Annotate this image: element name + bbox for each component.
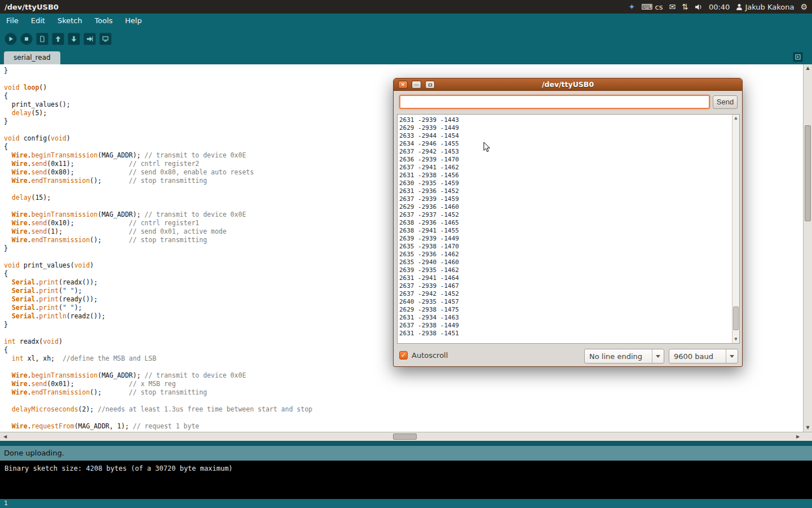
system-indicators: ✦ ⌨ cs ✉ ⇅ 00:40 Jakub Kakona ⚙ xyxy=(629,3,807,11)
scroll-down-arrow-icon[interactable]: ▼ xyxy=(732,337,739,342)
app-indicator-icon[interactable]: ✦ xyxy=(629,3,636,11)
code-line xyxy=(4,414,803,422)
serial-output-line: 2635 -2936 -1462 xyxy=(399,251,739,259)
scroll-left-arrow-icon[interactable]: ◀ xyxy=(1,432,9,441)
horizontal-scroll-thumb[interactable] xyxy=(393,433,417,440)
serial-output-line: 2629 -2936 -1460 xyxy=(399,203,739,211)
desktop: /dev/ttyUSB0 ✦ ⌨ cs ✉ ⇅ 00:40 Jakub Kako… xyxy=(0,0,812,508)
keyboard-layout-indicator[interactable]: ⌨ cs xyxy=(641,3,663,11)
baud-rate-select[interactable]: 9600 baud xyxy=(669,349,738,364)
serial-output-line: 2635 -2940 -1460 xyxy=(399,259,739,266)
serial-scroll-thumb[interactable] xyxy=(733,306,739,330)
serial-output-line: 2631 -2938 -1456 xyxy=(399,172,739,179)
tab-serial-read[interactable]: serial_read xyxy=(4,51,60,64)
menu-bar: FileEditSketchToolsHelp xyxy=(0,14,812,28)
keyboard-layout-label: cs xyxy=(655,3,663,11)
serial-output-line: 2640 -2935 -1457 xyxy=(399,298,739,306)
minimize-icon: — xyxy=(414,82,419,87)
serial-window-title: /dev/ttyUSB0 xyxy=(394,78,742,91)
scroll-up-arrow-icon[interactable]: ▲ xyxy=(732,116,739,121)
chevron-down-icon xyxy=(652,349,664,363)
upload-button[interactable] xyxy=(83,33,96,45)
maximize-icon xyxy=(429,84,432,86)
menu-item-edit[interactable]: Edit xyxy=(25,14,51,28)
play-icon xyxy=(8,36,14,42)
serial-monitor-window: /dev/ttyUSB0 ✕ — Send 2631 -2939 -144326… xyxy=(393,78,743,367)
clock-indicator[interactable]: 00:40 xyxy=(709,3,730,11)
serial-output-line: 2630 -2935 -1459 xyxy=(399,179,739,187)
serial-output-line: 2637 -2941 -1462 xyxy=(399,164,739,172)
user-icon xyxy=(736,3,743,11)
editor-horizontal-scrollbar[interactable]: ◀ ▶ xyxy=(0,432,803,441)
close-button[interactable]: ✕ xyxy=(398,81,408,89)
serial-output-line: 2631 -2936 -1452 xyxy=(399,187,739,195)
menu-item-help[interactable]: Help xyxy=(119,14,148,28)
scrollbar-corner xyxy=(803,432,812,441)
chevron-down-icon xyxy=(726,349,738,363)
serial-output-line: 2636 -2939 -1470 xyxy=(399,156,739,164)
code-line: delayMicroseconds(2); //needs at least 1… xyxy=(4,405,803,414)
code-line: Wire.endTransmission(); // stop transmit… xyxy=(4,388,803,397)
line-ending-select[interactable]: No line ending xyxy=(584,349,664,364)
serial-monitor-button[interactable] xyxy=(99,33,112,45)
vertical-scroll-thumb[interactable] xyxy=(805,125,811,221)
mail-icon: ✉ xyxy=(669,3,676,11)
serial-output-line: 2637 -2939 -1459 xyxy=(399,195,739,203)
user-menu[interactable]: Jakub Kakona xyxy=(736,3,794,11)
new-sketch-button[interactable] xyxy=(36,33,48,45)
maximize-button[interactable] xyxy=(425,81,435,89)
code-line xyxy=(4,397,803,405)
tab-bar: serial_read xyxy=(0,50,812,64)
serial-window-titlebar[interactable]: /dev/ttyUSB0 ✕ — xyxy=(394,78,742,91)
line-number-indicator: 1 xyxy=(0,499,812,508)
monitor-icon xyxy=(102,36,109,42)
serial-output-line: 2631 -2934 -1463 xyxy=(399,314,739,322)
status-bar: Done uploading. xyxy=(0,446,812,461)
scroll-up-arrow-icon[interactable]: ▲ xyxy=(804,65,812,71)
autoscroll-checkbox[interactable] xyxy=(399,351,408,360)
verify-button[interactable] xyxy=(5,33,17,45)
serial-output-line: 2638 -2941 -1455 xyxy=(399,227,739,235)
save-sketch-button[interactable] xyxy=(68,33,80,45)
menu-item-file[interactable]: File xyxy=(0,14,25,28)
serial-output-line: 2633 -2944 -1454 xyxy=(399,132,739,140)
serial-send-input[interactable] xyxy=(399,95,710,109)
serial-output-line: 2637 -2937 -1452 xyxy=(399,211,739,219)
serial-output-scrollbar[interactable]: ▲ ▼ xyxy=(732,115,739,343)
session-menu[interactable]: ⚙ xyxy=(800,3,807,11)
window-controls: ✕ — xyxy=(398,81,435,89)
menu-item-sketch[interactable]: Sketch xyxy=(51,14,89,28)
keyboard-icon: ⌨ xyxy=(641,3,652,11)
autoscroll-label: Autoscroll xyxy=(412,351,448,360)
stop-icon xyxy=(24,36,29,42)
serial-output-line: 2637 -2938 -1449 xyxy=(399,322,739,330)
serial-output-line: 2629 -2939 -1449 xyxy=(399,124,739,132)
minimize-button[interactable]: — xyxy=(412,81,421,89)
code-line: Wire.requestFrom(MAG_ADDR, 1); // reques… xyxy=(4,422,803,431)
serial-output-line: 2637 -2939 -1467 xyxy=(399,282,739,290)
serial-output-line: 2637 -2942 -1453 xyxy=(399,148,739,156)
tab-menu-button[interactable] xyxy=(793,52,803,62)
scroll-down-arrow-icon[interactable]: ▼ xyxy=(804,425,812,431)
open-sketch-button[interactable] xyxy=(52,33,64,45)
menu-item-tools[interactable]: Tools xyxy=(89,14,119,28)
serial-output-line: 2631 -2939 -1443 xyxy=(399,116,739,124)
serial-output-area[interactable]: 2631 -2939 -14432629 -2939 -14492633 -29… xyxy=(397,114,740,344)
serial-output-line: 2629 -2938 -1475 xyxy=(399,306,739,314)
stop-button[interactable] xyxy=(20,33,33,45)
status-divider xyxy=(0,441,812,446)
editor-vertical-scrollbar[interactable]: ▲ ▼ xyxy=(803,64,812,432)
code-line: Wire.beginTransmission(MAG_ADDR); // tra… xyxy=(4,371,803,380)
clock-label: 00:40 xyxy=(709,3,730,11)
new-tab-icon xyxy=(795,54,801,60)
build-console: Binary sketch size: 4208 bytes (of a 307… xyxy=(0,461,812,499)
page-icon xyxy=(39,36,46,42)
serial-output-line: 2634 -2946 -1455 xyxy=(399,140,739,148)
arrow-right-icon xyxy=(86,36,93,42)
arrow-up-icon xyxy=(55,36,61,42)
send-button[interactable]: Send xyxy=(713,95,738,109)
network-indicator[interactable]: ⇅ xyxy=(682,3,689,11)
sound-indicator[interactable] xyxy=(695,3,703,11)
scroll-right-arrow-icon[interactable]: ▶ xyxy=(794,432,802,441)
messaging-indicator[interactable]: ✉ xyxy=(669,3,676,11)
